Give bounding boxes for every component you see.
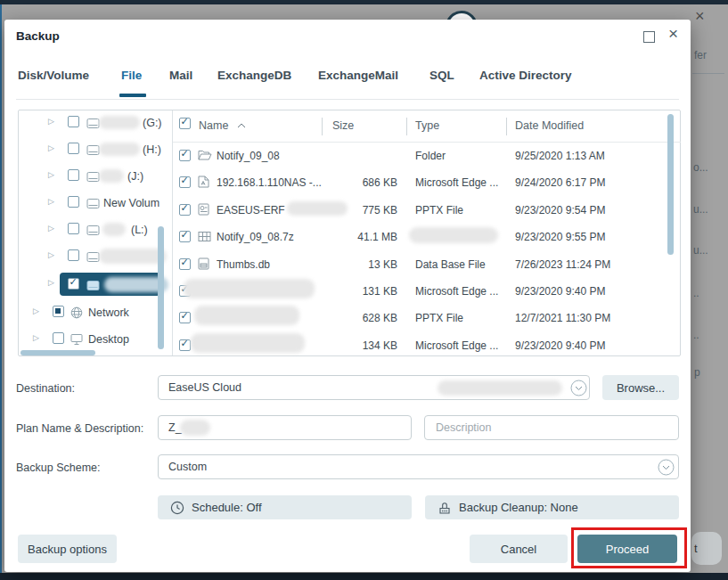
file-row[interactable]: Notify_09_08 Folder 9/25/2020 1:13 AM: [173, 143, 681, 167]
backup-cleanup-button[interactable]: Backup Cleanup: None: [425, 495, 679, 519]
tree-row-new-volume[interactable]: ▷ New Volum: [19, 192, 171, 215]
file-row[interactable]: 131 KB Microsoft Edge ... 9/23/2020 9:40…: [173, 279, 681, 303]
folder-icon: [198, 149, 212, 165]
pdf-file-icon: [198, 176, 209, 192]
sort-asc-icon: [237, 116, 246, 132]
tree-horizontal-scrollbar[interactable]: [20, 350, 95, 355]
checkbox[interactable]: [179, 258, 191, 270]
tree-row-label: Network: [88, 306, 129, 319]
checkbox[interactable]: [179, 150, 191, 161]
checkbox[interactable]: [68, 143, 79, 154]
tree-row-drive-j[interactable]: ▷ (J:): [19, 165, 171, 188]
checkbox[interactable]: [53, 306, 64, 317]
expand-arrow-icon[interactable]: ▷: [48, 197, 54, 206]
tree-row-drive-l[interactable]: ▷ (L:): [19, 218, 171, 241]
destination-value: EaseUS Cloud: [168, 381, 241, 394]
browse-button[interactable]: Browse...: [602, 375, 679, 400]
select-all-checkbox[interactable]: [179, 118, 191, 129]
tab-exchangemail[interactable]: ExchangeMail: [318, 69, 398, 82]
network-icon: [70, 306, 83, 323]
checkbox[interactable]: [179, 231, 191, 242]
parent-text-fragment: u...: [693, 203, 708, 216]
checkbox[interactable]: [68, 116, 79, 127]
checkbox[interactable]: [68, 169, 79, 181]
column-header-type[interactable]: Type: [415, 119, 439, 132]
redacted-text: [99, 249, 167, 264]
backup-dialog: Backup × Disk/Volume File Mail ExchangeD…: [4, 20, 691, 572]
checkbox[interactable]: [179, 312, 191, 323]
schedule-label: Schedule: Off: [192, 501, 262, 514]
file-row[interactable]: Notify_09_08.7z 41.1 MB 9/23/2020 9:55 P…: [173, 225, 681, 249]
parent-close-icon[interactable]: ×: [695, 7, 705, 26]
database-file-icon: [198, 257, 209, 274]
expand-arrow-icon[interactable]: ▷: [33, 333, 39, 342]
tab-active-directory[interactable]: Active Directory: [479, 69, 572, 82]
checkbox[interactable]: [179, 204, 191, 216]
parent-text-fragment: p: [694, 366, 700, 379]
expand-arrow-icon[interactable]: ▷: [33, 306, 39, 315]
expand-arrow-icon[interactable]: ▷: [48, 250, 54, 259]
tree-row-drive-h[interactable]: ▷ (H:): [19, 138, 171, 161]
tree-row-drive-redacted[interactable]: ▷: [19, 245, 171, 268]
tree-row-label: (J:): [127, 170, 143, 183]
redacted-text: [194, 306, 299, 325]
archive-file-icon: [198, 230, 211, 246]
file-row[interactable]: 192.168.1.110NAS -... 686 KB Microsoft E…: [173, 170, 681, 194]
tree-row-desktop[interactable]: ▷ Desktop: [19, 328, 171, 351]
file-row[interactable]: 134 KB Microsoft Edge ... 9/23/2020 9:40…: [173, 333, 681, 357]
chevron-down-circle-icon[interactable]: [658, 459, 675, 479]
description-input[interactable]: [424, 415, 679, 440]
checkbox[interactable]: [179, 176, 191, 188]
tab-mail[interactable]: Mail: [169, 69, 192, 82]
tab-disk-volume[interactable]: Disk/Volume: [18, 69, 89, 82]
checkbox[interactable]: [68, 223, 79, 234]
tab-file[interactable]: File: [121, 69, 142, 82]
column-header-size[interactable]: Size: [332, 119, 354, 132]
column-header-name[interactable]: Name: [199, 119, 228, 132]
tree-row-drive-g[interactable]: ▷ (G:): [19, 111, 171, 135]
list-vertical-scrollbar[interactable]: [667, 114, 674, 255]
tree-row-network[interactable]: ▷ Network: [19, 301, 171, 324]
checkbox[interactable]: [179, 339, 191, 351]
checkbox[interactable]: [68, 278, 79, 290]
redacted-text: [184, 279, 315, 298]
file-row[interactable]: Thumbs.db 13 KB Data Base File 7/26/2023…: [173, 252, 681, 276]
parent-top-border: [0, 0, 728, 4]
expand-arrow-icon[interactable]: ▷: [48, 224, 54, 233]
checkbox[interactable]: [68, 196, 79, 208]
cleanup-basket-icon: [438, 501, 452, 515]
file-row[interactable]: 628 KB PPTX File 12/7/2021 11:30 PM: [173, 306, 681, 330]
parent-button-fragment: t: [691, 532, 722, 565]
tree-row-label: New Volum: [103, 197, 160, 209]
redacted-text: [180, 420, 210, 436]
parent-divider: [692, 73, 724, 74]
tab-sql[interactable]: SQL: [429, 69, 454, 82]
active-tab-underline: [119, 94, 146, 97]
tree-vertical-scrollbar[interactable]: [158, 226, 164, 349]
expand-arrow-icon[interactable]: ▷: [48, 278, 54, 287]
backup-scheme-dropdown[interactable]: Custom: [158, 454, 679, 479]
drive-icon: [86, 279, 100, 295]
chevron-down-circle-icon[interactable]: [570, 380, 587, 400]
cancel-button[interactable]: Cancel: [470, 535, 568, 563]
drive-icon: [86, 117, 100, 133]
expand-arrow-icon[interactable]: ▷: [48, 143, 54, 152]
drive-icon: [86, 197, 100, 213]
expand-arrow-icon[interactable]: ▷: [48, 117, 54, 126]
backup-options-button[interactable]: Backup options: [18, 535, 117, 563]
file-selection-panel: ▷ (G:) ▷ (H:) ▷ (J:) ▷ New Volum ▷: [18, 110, 681, 356]
tree-row-drive-selected[interactable]: ▷: [19, 273, 171, 296]
redacted-text: [409, 227, 498, 243]
maximize-icon[interactable]: [643, 31, 655, 43]
expand-arrow-icon[interactable]: ▷: [48, 170, 54, 179]
checkbox[interactable]: [53, 332, 64, 344]
plan-name-input[interactable]: Z_: [158, 415, 412, 440]
description-field[interactable]: [434, 421, 669, 435]
column-header-date[interactable]: Date Modified: [515, 119, 584, 132]
file-row[interactable]: EASEUS-ERF 775 KB PPTX File 9/23/2020 9:…: [173, 198, 681, 222]
schedule-button[interactable]: Schedule: Off: [158, 495, 412, 519]
destination-dropdown[interactable]: EaseUS Cloud: [158, 375, 590, 400]
tab-exchangedb[interactable]: ExchangeDB: [217, 69, 291, 82]
close-icon[interactable]: ×: [668, 25, 678, 42]
checkbox[interactable]: [68, 249, 79, 261]
